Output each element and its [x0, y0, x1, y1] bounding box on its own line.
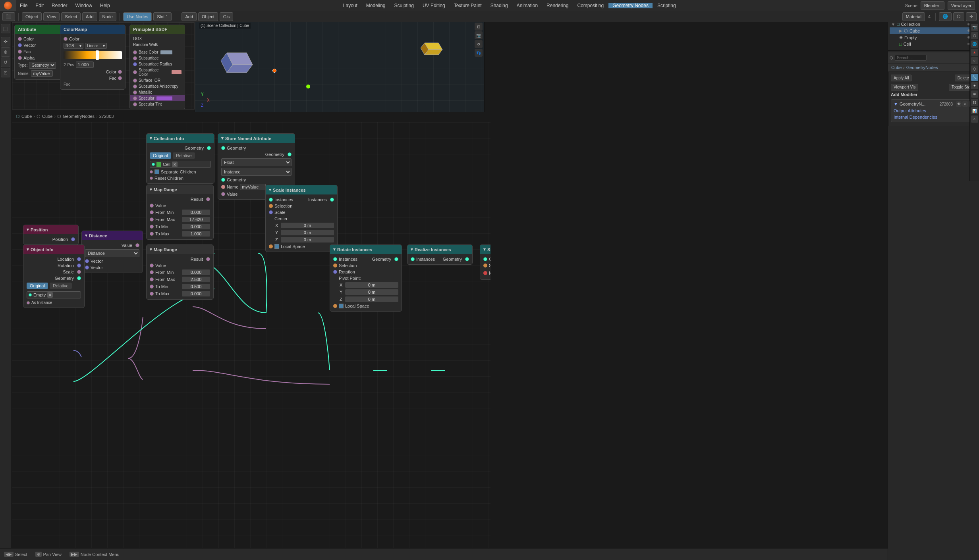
add-node-btn[interactable]: Add	[182, 12, 197, 21]
scene-dropdown[interactable]: Blender	[921, 1, 944, 10]
workspace-animation[interactable]: Animation	[513, 3, 542, 8]
prop-icon-render[interactable]: 📷	[971, 24, 978, 31]
mr1-tomax-val[interactable]: 1.000	[182, 231, 210, 237]
prop-icon-particles[interactable]: ✦	[971, 82, 978, 89]
ri-py-val[interactable]: 0 m	[345, 289, 398, 295]
colormap-handle[interactable]	[96, 50, 99, 60]
mr1-tomin-val[interactable]: 0.000	[182, 224, 210, 229]
workspace-scripting[interactable]: Scripting	[653, 3, 680, 8]
si-cx-val[interactable]: 0 m	[281, 223, 334, 228]
workspace-sculpting[interactable]: Sculpting	[390, 3, 418, 8]
menu-window[interactable]: Window	[71, 0, 96, 11]
breadcrumb-cube2[interactable]: Cube	[42, 114, 52, 119]
cursor-btn[interactable]: ✛	[1, 37, 10, 46]
modifier-entry[interactable]: ▼ GeometryN... 272803 👁 ○ ✕ Output Attri…	[891, 99, 977, 122]
sna-header[interactable]: ▾ Store Named Attribute	[218, 134, 295, 143]
sscolor-swatch[interactable]	[172, 70, 182, 74]
prop-icon-scene[interactable]: 🔺	[971, 49, 978, 56]
distance-node[interactable]: ▾ Distance Value Distance Vector Vector	[81, 231, 143, 273]
props-search-input[interactable]	[895, 55, 927, 61]
position-node[interactable]: ▾ Position Position	[23, 225, 79, 245]
slot-dropdown[interactable]: Slot 1	[153, 12, 172, 21]
colorramp-node[interactable]: ColorRamp Color RGB▾ Linear▾ 2	[60, 25, 126, 90]
workspace-uv[interactable]: UV Editing	[419, 3, 449, 8]
set-material-node[interactable]: ▾ Set Material Geometry Geometry Selecti…	[480, 244, 490, 280]
context-btn[interactable]: ▶▶	[70, 552, 79, 557]
view-layer-dropdown[interactable]: ViewLayer	[948, 1, 975, 10]
scale-instances-node[interactable]: ▾ Scale Instances Instances Instances Se…	[265, 185, 338, 252]
si-cy-val[interactable]: 0 m	[281, 230, 334, 235]
prop-icon-modifier-active[interactable]: 🔧	[971, 74, 978, 81]
viewport-vis-btn[interactable]: Viewport Vis	[891, 84, 918, 90]
si-cz-val[interactable]: 0 m	[281, 237, 334, 242]
principled-bsdf-node[interactable]: Principled BSDF GGX Random Walk Base Col…	[129, 25, 185, 110]
menu-render[interactable]: Render	[48, 0, 71, 11]
workspace-texture[interactable]: Texture Paint	[450, 3, 486, 8]
mod-eye-btn[interactable]: 👁	[956, 101, 962, 107]
ci-header[interactable]: ▾ Collection Info	[147, 134, 214, 143]
colormap-gradient[interactable]	[64, 51, 122, 59]
specular-bar[interactable]	[156, 96, 172, 100]
prop-icon-world[interactable]: ○	[971, 57, 978, 64]
mr2-frommax-val[interactable]: 2.500	[182, 277, 210, 282]
move-btn[interactable]: ⊕	[1, 47, 10, 57]
select-mode-btn[interactable]: ◀▶	[4, 552, 14, 557]
oi-empty-badge[interactable]: Empty ✕	[27, 291, 81, 298]
prop-icon-object[interactable]: ⬡	[971, 65, 978, 73]
rotate-view-btn[interactable]: ↻	[475, 40, 483, 48]
select-btn[interactable]: Select	[61, 12, 81, 21]
add-btn[interactable]: Add	[82, 12, 97, 21]
position-header[interactable]: ▾ Position	[23, 225, 78, 234]
mod-render-btn[interactable]: ○	[962, 101, 968, 107]
output-attribs-item[interactable]: Output Attributes	[894, 108, 974, 114]
overlay-btn[interactable]: ⬡	[953, 12, 964, 21]
ci-cell-badge[interactable]: Cell ✕	[150, 161, 211, 168]
object-dropdown[interactable]: Object	[22, 12, 42, 21]
ri-localspace-cb[interactable]	[339, 304, 344, 308]
use-nodes-btn[interactable]: Use Nodes	[123, 12, 152, 21]
obj-info-header[interactable]: ▾ Object Info	[23, 245, 84, 254]
attr-type-dropdown[interactable]: Geometry	[29, 62, 56, 69]
tree-cube[interactable]: ▶ ⬡ Cube 👁 ○	[890, 27, 977, 34]
object-node-btn[interactable]: Object	[198, 12, 218, 21]
ci-cell-close-btn[interactable]: ✕	[172, 162, 178, 167]
realize-instances-node[interactable]: ▾ Realize Instances Instances Geometry	[407, 244, 473, 265]
ri-px-val[interactable]: 0 m	[345, 282, 398, 288]
principled-header[interactable]: Principled BSDF	[130, 25, 185, 34]
sna-domain-dropdown[interactable]: Instance	[221, 168, 292, 176]
workspace-geometry-nodes[interactable]: Geometry Nodes	[608, 3, 653, 8]
colorramp-pos-input[interactable]	[76, 62, 94, 68]
render-btn[interactable]: 🌐	[939, 12, 952, 21]
blender-menu[interactable]	[0, 0, 16, 11]
distance-header[interactable]: ▾ Distance	[82, 231, 143, 240]
tree-empty[interactable]: ⊕ Empty 👁 ○	[890, 34, 977, 41]
ri-pz-val[interactable]: 0 m	[345, 296, 398, 302]
prop-icon-material[interactable]: ○	[971, 115, 978, 123]
editor-type-btn[interactable]: ⬛	[2, 12, 15, 21]
gizmo-btn[interactable]: ✛	[966, 12, 977, 21]
internal-deps-item[interactable]: Internal Dependencies	[894, 114, 974, 120]
collection-info-node[interactable]: ▾ Collection Info Geometry Original Rela…	[146, 133, 214, 184]
apply-all-btn[interactable]: Apply All	[891, 75, 911, 81]
ci-original-btn[interactable]: Original	[150, 152, 171, 159]
workspace-rendering[interactable]: Rendering	[543, 3, 572, 8]
prop-icon-view[interactable]: 🌐	[971, 40, 978, 48]
shader-editor[interactable]: Attribute Color Vector Fac Alpha Type:	[12, 22, 195, 110]
mr2-tomin-val[interactable]: 0.500	[182, 284, 210, 289]
map-range-2-node[interactable]: ▾ Map Range Result Value From Min 0.000 …	[146, 244, 214, 300]
node-editor-main[interactable]: ▾ Position Position ▾ Distance Value Dis…	[12, 122, 490, 548]
workspace-layout[interactable]: Layout	[339, 3, 361, 8]
prop-icon-output[interactable]: ⬡	[971, 32, 978, 39]
si-header[interactable]: ▾ Scale Instances	[266, 185, 337, 194]
gis-btn[interactable]: Gis	[220, 12, 234, 21]
workspace-shading[interactable]: Shading	[487, 3, 512, 8]
menu-edit[interactable]: Edit	[31, 0, 48, 11]
prop-icon-constraints[interactable]: ⛓	[971, 99, 978, 106]
oi-empty-close-btn[interactable]: ✕	[47, 292, 53, 298]
base-color-swatch[interactable]	[160, 50, 172, 54]
menu-help[interactable]: Help	[96, 0, 114, 11]
view-btn[interactable]: View	[43, 12, 60, 21]
mr2-frommin-val[interactable]: 0.000	[182, 269, 210, 275]
si-localspace-cb[interactable]	[274, 244, 279, 249]
mr1-frommin-val[interactable]: 0.000	[182, 210, 210, 215]
